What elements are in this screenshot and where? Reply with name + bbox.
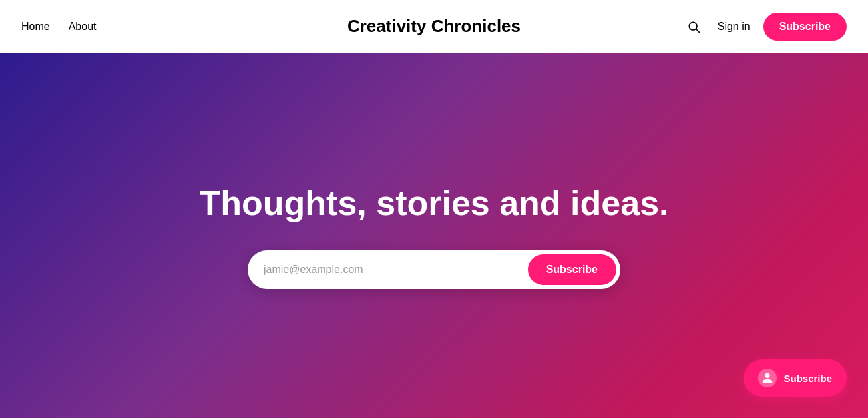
floating-avatar-icon bbox=[758, 369, 777, 387]
nav-about-link[interactable]: About bbox=[69, 21, 97, 33]
hero-subscribe-button[interactable]: Subscribe bbox=[528, 254, 616, 285]
nav-subscribe-button[interactable]: Subscribe bbox=[763, 13, 847, 41]
hero-section: Thoughts, stories and ideas. Subscribe bbox=[0, 53, 868, 418]
email-input[interactable] bbox=[264, 264, 528, 276]
hero-headline: Thoughts, stories and ideas. bbox=[200, 182, 669, 224]
site-title: Creativity Chronicles bbox=[347, 16, 521, 37]
nav-left: Home About bbox=[21, 21, 97, 33]
floating-subscribe-button[interactable]: Subscribe bbox=[744, 359, 847, 397]
nav-home-link[interactable]: Home bbox=[21, 21, 50, 33]
navbar: Home About Creativity Chronicles Sign in… bbox=[0, 0, 868, 53]
nav-right: Sign in Subscribe bbox=[683, 13, 847, 41]
svg-line-1 bbox=[696, 29, 699, 32]
person-icon bbox=[761, 372, 773, 384]
floating-subscribe-label: Subscribe bbox=[783, 373, 832, 384]
sign-in-link[interactable]: Sign in bbox=[718, 21, 750, 33]
search-icon bbox=[687, 20, 700, 33]
subscribe-form: Subscribe bbox=[248, 250, 620, 289]
search-button[interactable] bbox=[683, 16, 704, 37]
